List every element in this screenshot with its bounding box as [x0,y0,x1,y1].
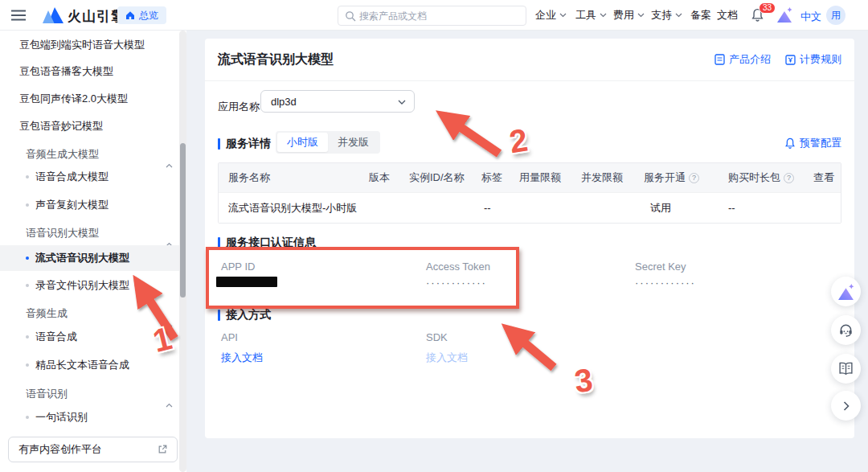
col-view: 查看 [813,163,834,192]
col-tag: 标签 [481,163,502,192]
bullet-icon [26,363,29,367]
app-name-value: dlp3d [271,96,297,108]
ai-assistant-icon[interactable] [776,7,793,26]
search-input[interactable] [359,7,520,24]
book-icon [838,362,854,376]
chevron-down-icon [398,100,406,105]
bullet-icon [26,257,29,260]
billing-rules-link[interactable]: 计费规则 [785,52,841,67]
document-icon [714,54,725,65]
service-detail-header: 服务详情 [218,137,271,151]
ai-assistant-fab[interactable] [831,277,861,306]
billing-icon [785,55,796,65]
service-table: 服务名称 版本 实例ID/名称 标签 用量限额 并发限额 服务开通 ? 购买时长… [218,162,841,224]
overview-button[interactable]: 总览 [117,6,166,24]
sidebar-group-asr[interactable]: 语音识别 [0,381,186,407]
col-service-name: 服务名称 [228,163,270,192]
sidebar-scrollbar-thumb[interactable] [180,143,186,298]
sidebar-item[interactable]: 语音合成大模型 [0,164,186,190]
api-label: API [221,331,238,343]
external-link-icon [158,445,167,454]
trial-link[interactable]: 试用 [650,193,671,223]
cell-tag: -- [484,193,491,223]
sidebar-item[interactable]: 豆包语音妙记模型 [0,113,186,139]
tab-concurrent[interactable]: 并发版 [328,133,379,152]
app-name-select[interactable]: dlp3d [260,90,415,113]
page-title: 流式语音识别大模型 [218,39,334,80]
sidebar-item[interactable]: 豆包语音播客大模型 [0,59,186,84]
nav-billing[interactable]: 费用 [613,0,645,31]
sidebar-item[interactable]: 精品长文本语音合成 [0,352,186,378]
help-icon[interactable]: ? [689,173,699,183]
bullet-icon [26,175,29,179]
nav-support[interactable]: 支持 [651,0,682,31]
secret-key-label: Secret Key [635,261,686,273]
support-fab[interactable] [831,315,861,345]
sdk-doc-link[interactable]: 接入文档 [426,351,468,365]
chevron-down-icon [600,13,607,18]
sidebar-item[interactable]: 豆包端到端实时语音大模型 [0,32,186,58]
tab-hourly[interactable]: 小时版 [277,133,328,152]
col-time-package: 购买时长包 ? [728,163,794,192]
product-sidebar: 豆包端到端实时语音大模型 豆包语音播客大模型 豆包同声传译2.0大模型 豆包语音… [0,31,186,472]
divider [205,80,854,81]
col-concurrency: 并发限额 [581,163,623,192]
cell-package: -- [728,193,735,223]
col-usage-limit: 用量限额 [519,163,561,192]
search-icon [345,10,356,22]
product-intro-link[interactable]: 产品介绍 [714,52,771,67]
volcano-engine-console: 火山引擎 总览 企业 工具 费用 支持 备案 文档 [0,0,868,472]
col-service-open: 服务开通 ? [644,163,699,192]
main-panel: 流式语音识别大模型 产品介绍 计费规则 应用名称 dlp3d 服务详情 小时版 … [205,39,854,438]
highlight-rectangle [206,247,519,309]
sidebar-item[interactable]: 一句话识别 [0,404,186,430]
chevron-down-icon [637,13,645,18]
col-version: 版本 [369,163,390,192]
bullet-icon [26,284,29,287]
nav-enterprise[interactable]: 企业 [535,0,567,31]
bullet-icon [26,335,29,339]
hamburger-menu-icon[interactable] [11,10,26,24]
collapse-fab[interactable] [831,391,861,421]
language-switch[interactable]: 中文 [800,10,821,24]
section-bar [218,310,220,321]
app-name-label: 应用名称 [218,96,260,118]
sidebar-item-streaming-asr-selected[interactable]: 流式语音识别大模型 [0,245,186,271]
sidebar-item[interactable]: 声音复刻大模型 [0,192,186,218]
bell-icon [784,137,796,150]
ai-mountain-icon [837,284,855,300]
sidebar-item[interactable]: 录音文件识别大模型 [0,273,186,298]
api-doc-link[interactable]: 接入文档 [221,351,263,365]
chevron-down-icon [675,13,682,18]
nav-tools[interactable]: 工具 [575,0,607,31]
search-box[interactable] [338,6,526,26]
sidebar-scrollbar-track [179,31,186,472]
bullet-icon [26,416,29,419]
docs-fab[interactable] [831,354,861,384]
sdk-label: SDK [426,331,448,343]
table-header-row: 服务名称 版本 实例ID/名称 标签 用量限额 并发限额 服务开通 ? 购买时长… [219,163,841,192]
notification-badge: 33 [759,2,776,14]
nav-icp[interactable]: 备案 [690,0,711,31]
nav-docs[interactable]: 文档 [717,0,738,31]
bullet-icon [26,203,29,207]
secret-key-value: ············ [635,277,696,289]
chevron-right-icon [843,401,850,411]
help-icon[interactable]: ? [784,173,794,183]
table-row: 流式语音识别大模型-小时版 -- 试用 -- [219,192,841,223]
alert-config-link[interactable]: 预警配置 [784,136,841,150]
volcano-logo-icon[interactable] [42,7,63,27]
headset-icon [838,322,854,338]
version-tabs: 小时版 并发版 [276,131,380,154]
sidebar-item[interactable]: 豆包同声传译2.0大模型 [0,86,186,112]
col-instance: 实例ID/名称 [409,163,465,192]
audio-content-platform-link[interactable]: 有声内容创作平台 [8,437,178,462]
sidebar-group-asr-lm[interactable]: 语音识别大模型 [0,220,186,246]
chevron-down-icon [559,13,567,18]
user-avatar[interactable]: 用 [826,6,845,25]
top-header: 火山引擎 总览 企业 工具 费用 支持 备案 文档 [0,0,868,31]
sidebar-item[interactable]: 语音合成 [0,324,186,350]
section-bar [218,138,220,150]
home-icon [125,10,135,20]
sidebar-group-audio-gen[interactable]: 音频生成 [0,301,186,326]
